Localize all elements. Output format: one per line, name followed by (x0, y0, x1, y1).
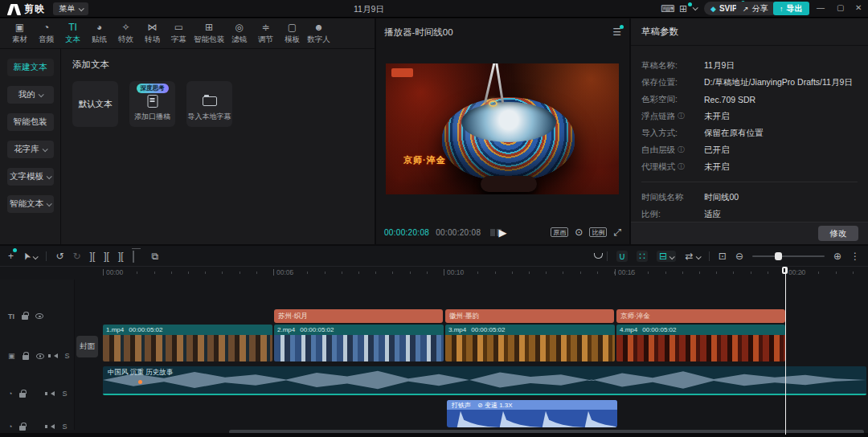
audio-clip-music[interactable]: 中国风 沉重 历史故事 (103, 366, 866, 395)
text-sidebar: 新建文本 我的 智能包装 花字库 文字模板 智能文本 (0, 49, 61, 244)
window-close-button[interactable]: ✕ (855, 3, 862, 12)
visibility-icon[interactable] (36, 353, 44, 359)
slider-knob[interactable] (775, 252, 782, 260)
magnet-toggle[interactable]: ∪ (616, 251, 628, 262)
draft-row-location: 保存位置:D:/草稿地址/JianyingPro Drafts/11月9日 (641, 74, 858, 91)
sidebar-item-new-text[interactable]: 新建文本 (7, 59, 54, 76)
trim-left-button[interactable]: ][ (104, 251, 109, 262)
player-menu-icon[interactable]: ☰ (612, 27, 621, 38)
video-clip-1[interactable]: 1.mp400:00:05:02 (103, 325, 272, 361)
tab-templates[interactable]: ▢模板 (279, 18, 305, 48)
trim-right-button[interactable]: ][ (118, 251, 124, 262)
zoom-out-button[interactable]: ⊖ (735, 251, 743, 262)
sidebar-item-text-templates[interactable]: 文字模板 (7, 168, 54, 186)
delete-button[interactable] (133, 251, 134, 262)
share-button[interactable]: ↗ 分享 (736, 2, 775, 15)
tab-captions[interactable]: ▭字幕 (166, 18, 192, 48)
info-icon[interactable]: ⓘ (678, 161, 685, 172)
add-button[interactable]: + (8, 251, 14, 262)
track-options-button[interactable]: ⇄ (685, 251, 699, 262)
tab-smart-package[interactable]: ⊞智能包装 (192, 18, 226, 48)
playhead-handle[interactable] (782, 267, 788, 274)
window-maximize-button[interactable]: ▢ (837, 3, 844, 12)
select-tool-button[interactable]: ➤ (23, 251, 37, 262)
svip-label: SVIP (719, 4, 738, 13)
default-text-card[interactable]: 默认文本 (72, 81, 118, 127)
tab-digital-human[interactable]: ☻数字人 (305, 18, 332, 48)
text-clip-3[interactable]: 京师·淬金 (616, 309, 785, 323)
timeline-section: + ➤ ↺ ↻ ][ ][ ][ ⧉ ∪ ∷ ⊟ ⇄ ⊡ ⊖ ⊕ ⋮ (0, 246, 868, 437)
solo-icon[interactable]: S (62, 423, 67, 431)
play-button[interactable]: ▶ (499, 227, 507, 239)
subtitle-overlay[interactable]: 京师·淬金 (403, 154, 446, 166)
solo-icon[interactable]: S (65, 352, 70, 360)
sidebar-item-mine[interactable]: 我的 (7, 86, 54, 104)
link-toggle[interactable]: ∷ (637, 251, 648, 262)
lock-icon[interactable] (23, 355, 29, 360)
preview-axis-toggle[interactable]: ⊟ (657, 251, 676, 262)
video-track-icon: ▣ (8, 352, 15, 360)
sidebar-item-smart-text[interactable]: 智能文本 (7, 195, 54, 213)
video-clip-3[interactable]: 3.mp400:00:05:02 (445, 325, 615, 361)
timeline-zoom-slider[interactable] (752, 255, 825, 257)
lock-icon[interactable] (19, 393, 26, 398)
ai-script-card[interactable]: 深度思考 添加口播稿 (129, 81, 175, 127)
tab-transition[interactable]: ⋈转场 (139, 18, 166, 48)
redo-button[interactable]: ↻ (72, 251, 80, 262)
sidebar-item-fancy-text[interactable]: 花字库 (7, 141, 54, 158)
info-icon[interactable]: ⓘ (678, 111, 685, 121)
layout-chevron-icon[interactable] (693, 5, 698, 10)
window-minimize-button[interactable]: — (817, 3, 825, 12)
section-title: 添加文本 (72, 59, 375, 71)
draft-row-name: 草稿名称:11月9日 (641, 57, 858, 74)
ratio-badge[interactable]: 比例 (589, 227, 607, 237)
tab-sticker[interactable]: ◕贴纸 (86, 18, 113, 48)
chevron-down-icon (669, 254, 675, 259)
zoom-in-button[interactable]: ⊕ (833, 251, 841, 262)
info-icon[interactable]: ⓘ (678, 145, 685, 155)
chevron-down-icon (47, 201, 52, 206)
draft-row-free-layer: 自由层级ⓘ已开启 (641, 141, 858, 158)
quality-badge[interactable]: 原画 (551, 227, 568, 237)
modify-button[interactable]: 修改 (818, 226, 858, 241)
playhead[interactable] (785, 267, 786, 435)
visibility-icon[interactable] (35, 313, 43, 319)
sidebar-item-smart-package[interactable]: 智能包装 (7, 113, 54, 131)
tab-audio[interactable]: ◔音频 (33, 18, 59, 48)
preview-zoom-icon[interactable]: ⊙ (575, 227, 583, 238)
cover-button[interactable]: 封面 (76, 336, 98, 357)
video-clip-4[interactable]: 4.mp400:00:05:02 (616, 325, 785, 361)
tab-filters[interactable]: ◎滤镜 (226, 18, 252, 48)
timeline-settings-button[interactable]: ⊡ (719, 251, 727, 262)
chevron-down-icon (33, 254, 39, 259)
text-clip-1[interactable]: 苏州·织月 (274, 309, 443, 323)
audio-clip-fx[interactable]: 打铁声 ⊘ 变速 1.3X (447, 400, 617, 427)
tab-adjust[interactable]: ≑调节 (252, 18, 279, 48)
layout-switch-icon[interactable]: ⊞ (679, 2, 687, 15)
menu-button[interactable]: 菜单 (53, 2, 88, 15)
crop-button[interactable]: ⧉ (152, 251, 159, 262)
tab-effects[interactable]: ✧特效 (113, 18, 139, 48)
text-clip-2[interactable]: 徽州·墨韵 (445, 309, 614, 323)
shortcut-keyboard-icon[interactable]: ⌨ (661, 2, 674, 15)
ribbon-tabs: ▣素材 ◔音频 TI文本 ◕贴纸 ✧特效 ⋈转场 ▭字幕 ⊞智能包装 ◎滤镜 ≑… (0, 18, 375, 49)
undo-button[interactable]: ↺ (55, 251, 63, 262)
video-clip-2[interactable]: 2.mp400:00:05:02 (274, 325, 444, 361)
tab-text[interactable]: TI文本 (59, 18, 86, 48)
lock-icon[interactable] (22, 315, 28, 320)
record-audio-button[interactable] (595, 251, 598, 262)
lock-icon[interactable] (19, 426, 26, 431)
speaker-icon[interactable] (51, 391, 55, 396)
speaker-icon[interactable] (54, 353, 58, 358)
export-button[interactable]: ↑ 导出 (773, 2, 809, 15)
more-options-button[interactable]: ⋮ (850, 251, 860, 262)
import-subtitle-card[interactable]: 导入本地字幕 (186, 81, 232, 127)
tab-media[interactable]: ▣素材 (6, 18, 33, 48)
speaker-icon[interactable] (51, 424, 55, 429)
split-button[interactable]: ][ (90, 251, 96, 262)
video-preview[interactable]: 京师·淬金 (386, 63, 619, 194)
timeline-ruler[interactable]: 00:00 00:05 00:10 00:15 00:20 (103, 267, 868, 280)
divider (641, 182, 858, 182)
fullscreen-icon[interactable]: ⤢ (613, 227, 621, 238)
solo-icon[interactable]: S (62, 390, 67, 398)
